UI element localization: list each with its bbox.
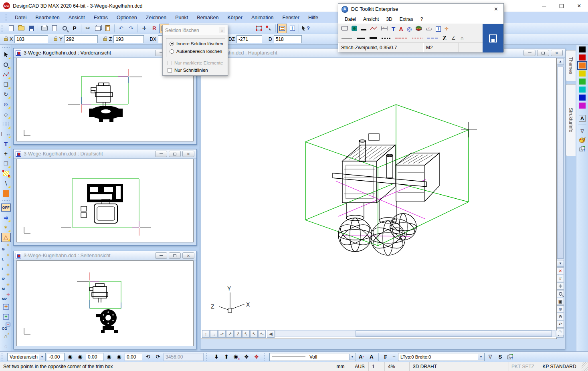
d-coordinate-input[interactable] (274, 35, 302, 43)
palette-red[interactable] (579, 54, 586, 60)
menu-extras[interactable]: Extras (90, 13, 112, 22)
close-button[interactable]: ✕ (182, 151, 194, 157)
palette-yellow[interactable] (579, 71, 586, 77)
radio-unselected-icon[interactable] (170, 49, 174, 54)
redo-button[interactable]: ↷ (126, 24, 136, 33)
linestyle-dash-red-button[interactable] (412, 38, 422, 38)
chevron-down-icon[interactable]: ▼ (478, 354, 484, 360)
tab-themes[interactable]: Themes (566, 50, 576, 81)
zoom-out-button[interactable]: ⊖ (557, 313, 564, 320)
minus-button[interactable]: − (391, 353, 397, 361)
radio-outer-section[interactable]: Außenbereich löschen (170, 49, 222, 54)
menu-animation[interactable]: Animation (247, 13, 278, 22)
zoom-tool[interactable] (1, 60, 11, 70)
maximize-button[interactable] (537, 50, 549, 56)
zoom-all-button[interactable] (557, 290, 564, 297)
status-render-mode[interactable]: 3D DRAHT (409, 362, 465, 371)
move-down-button[interactable]: ⬇ (212, 353, 221, 361)
maximize-button[interactable] (169, 252, 181, 259)
selection-handles-button[interactable] (254, 24, 264, 33)
menu-ansicht[interactable]: Ansicht (65, 13, 89, 22)
line-tool[interactable] (1, 70, 11, 79)
circle-tool[interactable]: ⊙ (1, 99, 11, 109)
toolkit-save-panel[interactable] (483, 24, 503, 52)
layer-up-button[interactable] (506, 353, 515, 361)
checkbox-cut-lines[interactable]: Nur Schnittlinien (168, 68, 208, 73)
rotate-view-up-button[interactable]: ◉ (105, 353, 113, 361)
spin-cw-button[interactable]: ⟳ (154, 353, 162, 361)
z-lock-icon[interactable] (103, 38, 107, 41)
chevron-down-icon[interactable]: ▼ (39, 354, 45, 360)
palette-magenta[interactable] (579, 103, 586, 109)
section-lines-button[interactable] (277, 24, 287, 33)
print-preview-button[interactable] (60, 24, 69, 33)
magic-wand-tool[interactable]: ✶ (1, 223, 11, 232)
filter-button[interactable]: ∇ (486, 353, 495, 361)
toolkit-menu-datei[interactable]: Datei (341, 16, 359, 23)
construction-line-tool[interactable]: ∖ (1, 179, 11, 188)
select-point-button[interactable] (264, 24, 274, 33)
view-ne-button[interactable]: ↗ (226, 330, 234, 338)
plot-button[interactable]: P (70, 24, 79, 33)
zoom-previous-button[interactable]: ↶ (557, 321, 564, 328)
status-layer[interactable]: 1 (368, 362, 384, 371)
zoom-in-button[interactable]: ⊕ (557, 305, 564, 313)
snap-box-corner[interactable] (1, 312, 11, 321)
tab-strukturinfo[interactable]: Strukturinfo (566, 84, 576, 156)
zoom-window-button[interactable]: ▣ (557, 298, 564, 305)
font-button[interactable]: A (399, 26, 403, 32)
arc-tool-button[interactable]: ∩ (461, 35, 464, 41)
menu-fenster[interactable]: Fenster (279, 13, 303, 22)
snap-midpoint[interactable]: M✳ (1, 282, 11, 292)
toolbar-grip[interactable] (2, 353, 4, 361)
pan-button[interactable]: ✚ (557, 282, 564, 290)
checkbox-icon[interactable] (168, 68, 172, 73)
menu-zeichnen[interactable]: Zeichnen (142, 13, 170, 22)
minimize-button[interactable] (523, 50, 535, 56)
checkbox-marked-elements[interactable]: Nur markierte Elemente (168, 60, 223, 65)
zoom-next-button[interactable]: ↷ (557, 328, 564, 335)
palette-blue[interactable] (579, 95, 586, 101)
window-hauptansicht[interactable]: Kugelhahn.dcd : Hauptansicht ✕ (200, 48, 565, 349)
draufsicht-canvas[interactable] (16, 159, 194, 242)
text-color-button[interactable]: A (578, 115, 586, 122)
window-seitenansicht[interactable]: 3-Wege-Kugelhahn.dcd : Seitenansicht ✕ (13, 251, 197, 349)
fill-toggle-button[interactable]: F (381, 353, 390, 361)
target-point-button[interactable]: ◎ (407, 26, 412, 32)
x-lock-icon[interactable] (4, 38, 8, 41)
horizontal-scrollbar[interactable] (275, 330, 556, 337)
rotate-view-right-button[interactable]: ◉ (76, 353, 85, 361)
pattern-tool[interactable]: ∷∷ (1, 119, 11, 129)
angle-snap-button[interactable]: ∠ (451, 35, 456, 41)
new-file-button[interactable] (6, 24, 16, 33)
view-nw-button[interactable]: ↖ (250, 330, 258, 338)
linestyle-dashdot-red-button[interactable] (395, 38, 407, 38)
copy-button[interactable] (93, 24, 103, 33)
status-pkt-setz[interactable]: PKT SETZ (509, 362, 537, 371)
dc-toolkit-window[interactable]: DC Toolkit Enterprise × Datei Ansicht 3D… (338, 3, 504, 52)
view-ne-low-button[interactable]: ↗ (218, 330, 226, 338)
dimension-button[interactable]: x (381, 26, 388, 32)
snap-off-button[interactable]: OFF (1, 203, 11, 212)
move-up-button[interactable]: ⬆ (222, 353, 231, 361)
text-button[interactable]: T (392, 26, 395, 32)
menu-punkt[interactable]: Punkt (171, 13, 192, 22)
toolbar-grip[interactable] (6, 14, 8, 21)
cut-button[interactable]: ✂ (83, 24, 93, 33)
point-tool[interactable]: + (1, 149, 11, 159)
rotation-z-input[interactable] (125, 353, 142, 361)
rotation-y-input[interactable] (86, 353, 103, 361)
scroll-up-button[interactable]: ▲ (557, 58, 564, 65)
menu-optionen[interactable]: Optionen (113, 13, 141, 22)
maximize-button[interactable] (169, 151, 181, 157)
seitenansicht-titlebar[interactable]: 3-Wege-Kugelhahn.dcd : Seitenansicht ✕ (14, 251, 196, 260)
snap-center-gravity[interactable]: CG (1, 322, 11, 331)
pan-origin-button[interactable]: ✥ (252, 353, 261, 361)
wand-r-button[interactable]: R (150, 24, 159, 33)
toolkit-menu-ansicht[interactable]: Ansicht (360, 16, 382, 23)
screen-button[interactable] (341, 26, 348, 32)
close-button[interactable]: ✕ (551, 50, 563, 56)
spin-ccw-button[interactable]: ⟲ (143, 353, 152, 361)
info-button[interactable]: i (436, 26, 441, 32)
context-help-button[interactable]: ? (301, 24, 310, 33)
